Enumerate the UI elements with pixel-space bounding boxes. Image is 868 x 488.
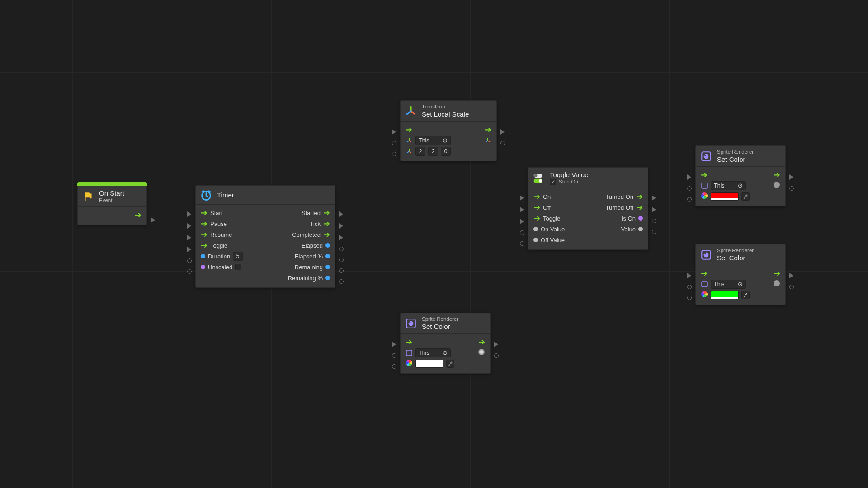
exec-out-port[interactable] [652,195,656,201]
eyedropper-button[interactable] [741,192,750,201]
exec-in-port[interactable] [187,223,191,229]
target-field[interactable]: This⊙ [711,280,746,289]
exec-out-port[interactable] [500,129,505,135]
node-subtitle: Transform [422,104,469,110]
scale-z-input[interactable]: 0 [441,147,451,156]
data-in-port[interactable] [533,227,538,231]
exec-out-port[interactable] [151,217,155,223]
data-in-port[interactable] [520,230,524,235]
data-out-port[interactable] [326,265,330,269]
exec-out-icon[interactable] [774,171,780,179]
exec-in-port[interactable] [520,195,524,201]
start-on-checkbox[interactable] [550,179,556,185]
data-out-port[interactable] [652,230,656,234]
exec-in-icon[interactable] [201,241,208,249]
data-out-port[interactable] [638,227,643,231]
exec-out-port[interactable] [339,223,343,229]
exec-out-port[interactable] [652,207,656,212]
target-field[interactable]: This⊙ [415,136,451,145]
data-in-port[interactable] [187,269,192,274]
exec-out-icon[interactable] [774,269,780,277]
data-out-port[interactable] [339,258,344,262]
node-set-local-scale[interactable]: Transform Set Local Scale This⊙ 2 2 0 [400,100,497,161]
color-swatch[interactable] [415,360,443,368]
exec-in-icon[interactable] [533,214,540,222]
data-out-port[interactable] [500,141,505,145]
eyedropper-button[interactable] [446,360,454,368]
node-set-color-red[interactable]: Sprite RendererSet Color This⊙ [695,145,786,206]
data-out-port[interactable] [326,243,330,248]
color-swatch[interactable] [711,192,739,201]
exec-out-icon[interactable] [636,192,643,201]
exec-out-icon[interactable] [323,220,330,228]
data-out-port[interactable] [326,254,330,258]
data-out-port[interactable] [638,216,643,221]
exec-out-port[interactable] [494,342,498,347]
exec-out-icon[interactable] [485,126,491,134]
exec-in-icon[interactable] [201,230,208,239]
data-out-port[interactable] [789,285,794,289]
data-in-port[interactable] [201,265,205,269]
data-in-port[interactable] [392,141,396,145]
exec-in-icon[interactable] [201,220,208,228]
node-set-color-white[interactable]: Sprite Renderer Set Color This⊙ [400,313,491,374]
node-timer[interactable]: Timer Start Started Pause Tick Resume Co… [195,185,335,288]
exec-in-port[interactable] [392,342,396,347]
data-in-port[interactable] [392,353,396,358]
node-toggle-value[interactable]: Toggle Value Start On On Turned On Off T… [528,167,648,250]
color-wheel-icon [773,181,780,190]
exec-out-port[interactable] [339,235,343,240]
data-out-port[interactable] [339,247,344,251]
exec-in-icon[interactable] [701,269,708,277]
scale-out-icon [484,137,491,144]
exec-in-icon[interactable] [533,203,540,211]
exec-in-icon[interactable] [406,338,412,346]
data-in-port[interactable] [520,241,524,246]
data-out-port[interactable] [652,219,656,223]
exec-in-icon[interactable] [406,126,412,134]
data-in-port[interactable] [687,285,692,289]
exec-in-port[interactable] [687,174,691,180]
exec-in-port[interactable] [187,235,191,240]
scale-y-input[interactable]: 2 [428,147,438,156]
exec-out-icon[interactable] [135,211,142,219]
exec-out-port[interactable] [789,174,793,180]
exec-in-port[interactable] [687,273,691,278]
data-in-port[interactable] [392,152,396,156]
scale-x-input[interactable]: 2 [415,147,425,156]
data-out-port[interactable] [326,276,330,280]
data-out-port[interactable] [494,353,499,358]
eyedropper-button[interactable] [741,291,750,299]
node-set-color-green[interactable]: Sprite RendererSet Color This⊙ [695,244,786,305]
duration-input[interactable]: 5 [233,252,243,261]
node-on-start[interactable]: On Start Event [77,182,147,225]
unscaled-checkbox[interactable] [235,264,241,270]
exec-out-icon[interactable] [636,203,643,211]
exec-out-port[interactable] [789,273,793,278]
data-out-port[interactable] [789,186,794,191]
data-in-port[interactable] [687,186,692,191]
exec-out-icon[interactable] [478,338,485,346]
exec-out-icon[interactable] [323,209,330,217]
data-out-port[interactable] [339,279,344,284]
exec-in-icon[interactable] [533,192,540,201]
exec-in-port[interactable] [187,211,191,217]
exec-in-icon[interactable] [701,171,708,179]
exec-in-port[interactable] [392,129,396,135]
exec-in-port[interactable] [520,219,524,224]
exec-in-port[interactable] [187,247,191,252]
data-in-port[interactable] [392,364,396,369]
exec-out-port[interactable] [339,211,343,217]
target-field[interactable]: This⊙ [415,348,451,357]
exec-in-port[interactable] [520,207,524,212]
data-in-port[interactable] [201,254,205,258]
data-in-port[interactable] [687,197,692,202]
target-field[interactable]: This⊙ [711,181,746,190]
data-out-port[interactable] [339,268,344,273]
exec-out-icon[interactable] [323,230,330,239]
exec-in-icon[interactable] [201,209,208,217]
data-in-port[interactable] [187,258,192,263]
color-swatch[interactable] [711,291,739,299]
data-in-port[interactable] [533,238,538,242]
data-in-port[interactable] [687,296,692,300]
